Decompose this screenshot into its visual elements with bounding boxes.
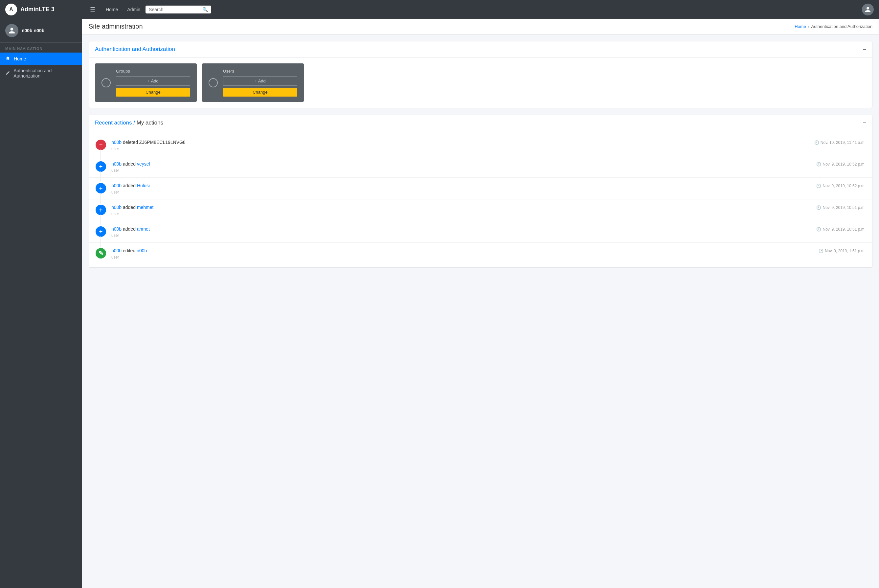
- top-navbar: A AdminLTE 3 ☰ Home Admin 🔍: [0, 0, 879, 19]
- content-body: Authentication and Authorization − Group…: [82, 34, 879, 281]
- action-badge: +: [96, 205, 106, 215]
- home-icon: [5, 56, 10, 62]
- action-timestamp: Nov. 9, 2019, 10:52 p.m.: [822, 184, 866, 188]
- auth-card-collapse-button[interactable]: −: [862, 46, 866, 52]
- users-radio[interactable]: [208, 78, 218, 87]
- action-object-link[interactable]: veysel: [137, 161, 150, 166]
- action-type: user: [111, 212, 811, 216]
- action-type: user: [111, 190, 811, 195]
- action-text: n00b deleted ZJ6PM8ECL19LNVG8: [111, 139, 809, 146]
- action-timestamp: Nov. 9, 2019, 10:51 p.m.: [822, 205, 866, 210]
- search-box: 🔍: [146, 6, 211, 14]
- sidebar: n00b n00b MAIN NAVIGATION Home Authentic…: [0, 19, 82, 588]
- action-badge: +: [96, 183, 106, 194]
- action-type: user: [111, 168, 811, 173]
- page-wrapper: n00b n00b MAIN NAVIGATION Home Authentic…: [0, 19, 879, 588]
- nav-admin-link[interactable]: Admin: [123, 4, 144, 15]
- auth-card-header: Authentication and Authorization −: [89, 41, 872, 57]
- recent-actions-card: Recent actions / My actions − − n00b del…: [89, 115, 872, 268]
- brand-name: AdminLTE 3: [20, 6, 54, 13]
- avatar-icon: [8, 27, 15, 34]
- groups-module-title: Groups: [116, 69, 190, 74]
- clock-icon: 🕐: [816, 162, 821, 166]
- actions-list: − n00b deleted ZJ6PM8ECL19LNVG8 user 🕐 N…: [89, 131, 872, 267]
- sidebar-username: n00b n00b: [22, 28, 44, 33]
- action-user-link[interactable]: n00b: [111, 226, 122, 232]
- action-timestamp: Nov. 10, 2019, 11:41 a.m.: [820, 140, 866, 145]
- sidebar-user-panel: n00b n00b: [0, 19, 82, 43]
- groups-module-content: Groups + Add Change: [116, 69, 190, 97]
- breadcrumb-current: Authentication and Authorization: [812, 24, 872, 29]
- sidebar-section-label: MAIN NAVIGATION: [0, 43, 82, 52]
- recent-actions-collapse-button[interactable]: −: [862, 120, 866, 126]
- action-content: n00b added veysel user: [111, 160, 811, 173]
- sidebar-item-auth-label: Authentication and Authorization: [14, 68, 77, 78]
- action-content: n00b deleted ZJ6PM8ECL19LNVG8 user: [111, 139, 809, 151]
- breadcrumb-home[interactable]: Home: [795, 24, 806, 29]
- auth-card-title: Authentication and Authorization: [95, 46, 175, 52]
- user-menu-button[interactable]: [862, 4, 874, 15]
- action-badge: +: [96, 161, 106, 172]
- groups-module-card: Groups + Add Change: [95, 63, 197, 102]
- avatar: [5, 24, 18, 37]
- action-object-link[interactable]: ahmet: [137, 226, 150, 232]
- search-input[interactable]: [149, 7, 200, 12]
- action-content: n00b added mehmet user: [111, 204, 811, 216]
- groups-radio[interactable]: [102, 78, 111, 87]
- sidebar-item-home[interactable]: Home: [0, 52, 82, 65]
- action-content: n00b added Hulusi user: [111, 182, 811, 195]
- action-object-link[interactable]: n00b: [136, 248, 147, 253]
- action-object-link[interactable]: Hulusi: [137, 183, 150, 188]
- action-timestamp: Nov. 9, 2019, 1:51 p.m.: [825, 249, 866, 253]
- action-timestamp: Nov. 9, 2019, 10:52 p.m.: [822, 162, 866, 166]
- action-user-link[interactable]: n00b: [111, 205, 122, 210]
- action-item: − n00b deleted ZJ6PM8ECL19LNVG8 user 🕐 N…: [89, 134, 872, 156]
- action-user-link[interactable]: n00b: [111, 140, 122, 145]
- action-badge: +: [96, 226, 106, 237]
- action-text: n00b added veysel: [111, 160, 811, 168]
- action-type: user: [111, 147, 809, 151]
- hamburger-button[interactable]: ☰: [87, 4, 98, 15]
- action-text: n00b added ahmet: [111, 226, 811, 232]
- action-type: user: [111, 255, 813, 260]
- main-content: Site administration Home / Authenticatio…: [82, 19, 879, 588]
- recent-actions-title: Recent actions / My actions: [95, 120, 163, 126]
- sidebar-item-home-label: Home: [14, 56, 26, 62]
- action-time: 🕐 Nov. 9, 2019, 10:51 p.m.: [816, 205, 866, 210]
- users-module-title: Users: [223, 69, 297, 74]
- groups-change-button[interactable]: Change: [116, 88, 190, 97]
- breadcrumb: Home / Authentication and Authorization: [795, 24, 872, 29]
- action-time: 🕐 Nov. 9, 2019, 10:52 p.m.: [816, 184, 866, 188]
- action-content: n00b edited n00b user: [111, 248, 813, 260]
- action-item: + n00b added mehmet user 🕐 Nov. 9, 2019,…: [89, 200, 872, 221]
- clock-icon: 🕐: [816, 227, 821, 232]
- action-timestamp: Nov. 9, 2019, 10:51 p.m.: [822, 227, 866, 232]
- user-icon: [864, 6, 871, 13]
- clock-icon: 🕐: [819, 249, 824, 253]
- clock-icon: 🕐: [816, 205, 821, 210]
- breadcrumb-separator: /: [808, 24, 809, 29]
- groups-add-button[interactable]: + Add: [116, 76, 190, 86]
- users-module-content: Users + Add Change: [223, 69, 297, 97]
- action-type: user: [111, 233, 811, 238]
- brand-logo: A: [5, 4, 17, 15]
- nav-home-link[interactable]: Home: [102, 4, 122, 15]
- action-user-link[interactable]: n00b: [111, 183, 122, 188]
- action-user-link[interactable]: n00b: [111, 161, 122, 166]
- edit-icon: [5, 70, 10, 76]
- sidebar-item-auth[interactable]: Authentication and Authorization: [0, 65, 82, 82]
- action-user-link[interactable]: n00b: [111, 248, 122, 253]
- module-grid: Groups + Add Change Users + Add Cha: [95, 63, 866, 102]
- action-time: 🕐 Nov. 9, 2019, 10:51 p.m.: [816, 227, 866, 232]
- content-header: Site administration Home / Authenticatio…: [82, 19, 879, 34]
- action-item: + n00b added ahmet user 🕐 Nov. 9, 2019, …: [89, 221, 872, 243]
- users-add-button[interactable]: + Add: [223, 76, 297, 86]
- users-change-button[interactable]: Change: [223, 88, 297, 97]
- brand[interactable]: A AdminLTE 3: [5, 4, 87, 15]
- clock-icon: 🕐: [814, 140, 819, 145]
- recent-actions-header: Recent actions / My actions −: [89, 115, 872, 131]
- action-text: n00b edited n00b: [111, 248, 813, 254]
- action-object-link[interactable]: mehmet: [137, 205, 154, 210]
- action-time: 🕐 Nov. 9, 2019, 10:52 p.m.: [816, 162, 866, 166]
- clock-icon: 🕐: [816, 184, 821, 188]
